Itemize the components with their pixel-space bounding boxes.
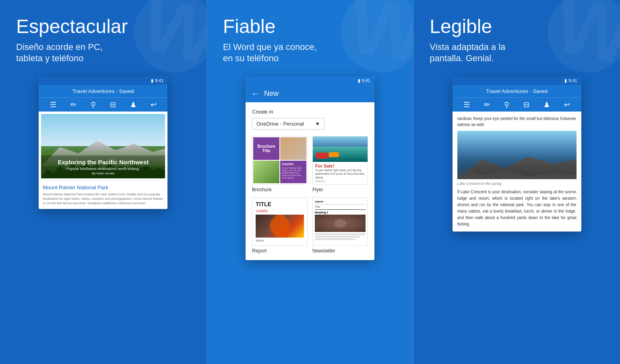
search-icon[interactable]: ⚲	[91, 100, 96, 109]
flyer-text: For Sale! To get started right away, jus…	[313, 162, 368, 184]
newsletter-header-text: name	[315, 200, 366, 205]
newsletter-label: Newsletter	[312, 248, 368, 254]
create-in-dropdown[interactable]: OneDrive - Personal ▼	[252, 118, 324, 130]
brochure-label: Brochure	[252, 187, 308, 192]
flyer-preview: For Sale! To get started right away, jus…	[313, 136, 368, 184]
right-hero: Legible Vista adaptada a lapantalla. Gen…	[413, 0, 620, 72]
create-in-label: Create in	[252, 109, 368, 115]
center-status-bar: ▮ 9:41	[246, 77, 374, 85]
newsletter-text-lines	[315, 234, 366, 240]
flyer-image	[313, 136, 368, 162]
cover-title: Exploring the Pacific Northwest	[44, 159, 162, 166]
newsletter-divider	[315, 209, 366, 210]
flyer-thumb: For Sale! To get started right away, jus…	[312, 136, 368, 184]
right-hero-title: Legible	[430, 16, 604, 37]
profile-icon[interactable]: ♟	[130, 100, 136, 109]
brochure-img2	[253, 161, 279, 183]
otter-image	[315, 215, 366, 232]
reading-caption: Lake Crescent in the spring	[457, 182, 577, 186]
cover-overlay: Exploring the Pacific Northwest Popular …	[41, 155, 165, 178]
menu-icon[interactable]: ☰	[50, 100, 56, 109]
report-thumb: TITLE Subtitle Author	[252, 197, 308, 246]
left-phone: ▮ 9:41 Travel Adventures - Saved ☰ ✏ ⚲ ⊟…	[39, 77, 167, 209]
right-profile-icon[interactable]: ♟	[544, 100, 550, 109]
left-time: 9:41	[155, 78, 163, 83]
text-line-2	[315, 236, 360, 238]
reading-body: If Lake Crescent is your destination, co…	[457, 189, 577, 228]
left-status-bar: ▮ 9:41	[39, 77, 167, 85]
boat2	[329, 152, 339, 157]
template-flyer[interactable]: For Sale! To get started right away, jus…	[312, 136, 368, 192]
center-hero-title: Fiable	[223, 16, 397, 37]
sky-bg	[41, 114, 165, 146]
brochure-img1	[280, 137, 306, 160]
layout-icon[interactable]: ⊟	[110, 100, 116, 109]
right-status-bar: ▮ 9:41	[453, 77, 581, 85]
right-layout-icon[interactable]: ⊟	[523, 100, 529, 109]
reading-content: rainbow. Keep your eye peeled for the sm…	[453, 112, 581, 232]
brochure-preview: BrochureTitle Subtitle To get started ri…	[252, 136, 307, 184]
newsletter-preview: name Title Heading 1	[313, 198, 368, 245]
center-battery-icon: ▮	[358, 78, 360, 83]
report-leaf	[266, 215, 294, 238]
left-titlebar: Travel Adventures - Saved	[39, 85, 167, 97]
dropdown-arrow-icon: ▼	[315, 121, 320, 127]
right-menu-icon[interactable]: ☰	[463, 100, 470, 109]
flyer-extra: heading 1	[315, 180, 365, 182]
newsletter-heading1: Heading 1	[315, 211, 366, 214]
cover-image: Exploring the Pacific Northwest Popular …	[41, 114, 165, 178]
left-hero: Espectacular Diseño acorde en PC,tableta…	[0, 0, 207, 72]
right-phone-container: ▮ 9:41 Travel Adventures - Saved ☰ ✏ ⚲ ⊟…	[413, 72, 620, 364]
left-battery-icon: ▮	[151, 78, 153, 83]
report-title: TITLE	[256, 201, 304, 207]
report-preview: TITLE Subtitle Author	[252, 198, 307, 245]
reading-image	[457, 131, 577, 179]
new-panel-body: Create in OneDrive - Personal ▼ Brochure…	[246, 102, 374, 260]
edit-icon[interactable]: ✏	[70, 100, 76, 109]
report-author: Author	[256, 239, 304, 242]
back-button[interactable]: ←	[251, 89, 259, 98]
section-text: Mount Rainier National Park located 80 m…	[43, 192, 163, 206]
right-search-icon[interactable]: ⚲	[504, 100, 509, 109]
undo-icon[interactable]: ↩	[151, 100, 157, 109]
center-time: 9:41	[362, 78, 370, 83]
left-toolbar: ☰ ✏ ⚲ ⊟ ♟ ↩	[39, 97, 167, 112]
right-phone: ▮ 9:41 Travel Adventures - Saved ☰ ✏ ⚲ ⊟…	[453, 77, 581, 232]
text-line-1	[315, 234, 366, 235]
left-phone-container: ▮ 9:41 Travel Adventures - Saved ☰ ✏ ⚲ ⊟…	[0, 72, 207, 364]
template-newsletter[interactable]: name Title Heading 1	[312, 197, 368, 254]
template-report[interactable]: TITLE Subtitle Author Report	[252, 197, 308, 254]
left-doc-content: Exploring the Pacific Northwest Popular …	[39, 112, 167, 209]
right-titlebar: Travel Adventures - Saved	[453, 85, 581, 97]
section-title: Mount Rainier National Park	[43, 184, 163, 190]
left-hero-subtitle: Diseño acorde en PC,tableta y teléfono	[16, 41, 190, 64]
center-hero-subtitle: El Word que ya conoce,en su teléfono	[223, 41, 397, 64]
newsletter-sub: Title	[315, 205, 366, 208]
cover-page: Exploring the Pacific Northwest Popular …	[39, 112, 167, 181]
right-hero-subtitle: Vista adaptada a lapantalla. Genial.	[430, 41, 604, 64]
right-battery-icon: ▮	[564, 78, 567, 83]
report-label: Report	[252, 248, 308, 254]
right-panel: W Legible Vista adaptada a lapantalla. G…	[413, 0, 620, 364]
right-undo-icon[interactable]: ↩	[564, 100, 570, 109]
boat1	[316, 153, 328, 159]
otter-face	[334, 219, 346, 228]
center-phone-container: ▮ 9:41 ← New Create in OneDrive - Person…	[207, 72, 413, 364]
new-header: ← New	[246, 85, 374, 102]
center-phone: ▮ 9:41 ← New Create in OneDrive - Person…	[246, 77, 374, 260]
report-subtitle: Subtitle	[256, 209, 304, 213]
right-time: 9:41	[568, 78, 577, 83]
right-edit-icon[interactable]: ✏	[484, 100, 490, 109]
new-title: New	[264, 89, 279, 98]
dropdown-value: OneDrive - Personal	[256, 121, 304, 127]
cover-desc: Popular Northwest destinations worth vis…	[44, 167, 162, 171]
text-line-3	[315, 238, 355, 240]
cover-author: By Katie Jordan	[44, 172, 162, 175]
left-panel: W Espectacular Diseño acorde en PC,table…	[0, 0, 207, 364]
template-brochure[interactable]: BrochureTitle Subtitle To get started ri…	[252, 136, 308, 192]
left-hero-title: Espectacular	[16, 16, 190, 37]
brochure-thumb: BrochureTitle Subtitle To get started ri…	[252, 136, 308, 184]
brochure-title-block: BrochureTitle	[253, 137, 279, 160]
brochure-sub-block: Subtitle To get started right away, just…	[280, 161, 306, 183]
right-toolbar: ☰ ✏ ⚲ ⊟ ♟ ↩	[453, 97, 581, 112]
